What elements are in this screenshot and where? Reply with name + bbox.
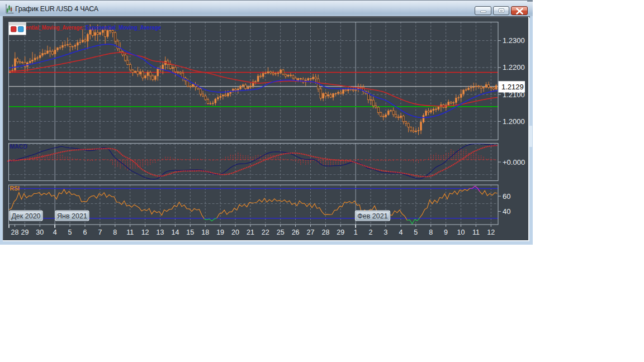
svg-text:1.2129: 1.2129 [501, 83, 524, 91]
svg-text:1.2000: 1.2000 [503, 117, 525, 126]
svg-text:5: 5 [68, 228, 72, 236]
svg-text:Exponential_Moving_Average: Exponential_Moving_Average [86, 24, 161, 31]
svg-text:5: 5 [414, 228, 418, 236]
svg-text:6: 6 [83, 228, 87, 236]
svg-text:18: 18 [201, 228, 209, 236]
svg-text:12: 12 [487, 228, 495, 236]
svg-text:8: 8 [429, 228, 433, 236]
svg-text:4: 4 [53, 228, 57, 236]
svg-text:19: 19 [216, 228, 224, 236]
svg-text:10: 10 [457, 228, 465, 236]
svg-text:40: 40 [503, 207, 510, 216]
svg-text:20: 20 [231, 228, 239, 236]
svg-text:1.2200: 1.2200 [503, 63, 525, 72]
svg-text:28: 28 [11, 228, 19, 236]
svg-text:27: 27 [307, 228, 315, 236]
svg-text:RSI: RSI [10, 185, 20, 192]
svg-text:1.2300: 1.2300 [503, 36, 525, 45]
svg-text:+0.000: +0.000 [503, 158, 525, 166]
svg-text:8: 8 [113, 228, 117, 236]
svg-text:30: 30 [36, 228, 44, 236]
svg-text:4: 4 [399, 228, 402, 236]
svg-text:14: 14 [171, 228, 179, 236]
svg-text:7: 7 [98, 228, 102, 236]
svg-text:9: 9 [444, 228, 448, 236]
svg-text:1: 1 [354, 228, 358, 236]
svg-text:26: 26 [292, 228, 300, 236]
svg-text:MACD: MACD [10, 143, 28, 150]
svg-text:25: 25 [277, 228, 285, 236]
svg-text:60: 60 [503, 192, 510, 201]
svg-text:12: 12 [141, 228, 149, 236]
svg-text:15: 15 [186, 228, 194, 236]
svg-text:Янв 2021: Янв 2021 [57, 212, 87, 220]
svg-text:11: 11 [126, 228, 134, 236]
svg-text:28: 28 [321, 228, 329, 236]
svg-text:2: 2 [369, 228, 373, 236]
svg-text:29: 29 [21, 228, 29, 236]
svg-text:3: 3 [384, 228, 388, 236]
svg-text:Фев 2021: Фев 2021 [357, 212, 387, 220]
svg-text:11: 11 [472, 228, 480, 236]
svg-text:ential_Moving_Average:: ential_Moving_Average: [26, 24, 84, 31]
svg-text:29: 29 [337, 228, 344, 236]
svg-text:13: 13 [157, 228, 164, 236]
svg-text:21: 21 [247, 228, 254, 236]
svg-text:Дек 2020: Дек 2020 [11, 212, 40, 220]
svg-text:22: 22 [262, 228, 269, 236]
